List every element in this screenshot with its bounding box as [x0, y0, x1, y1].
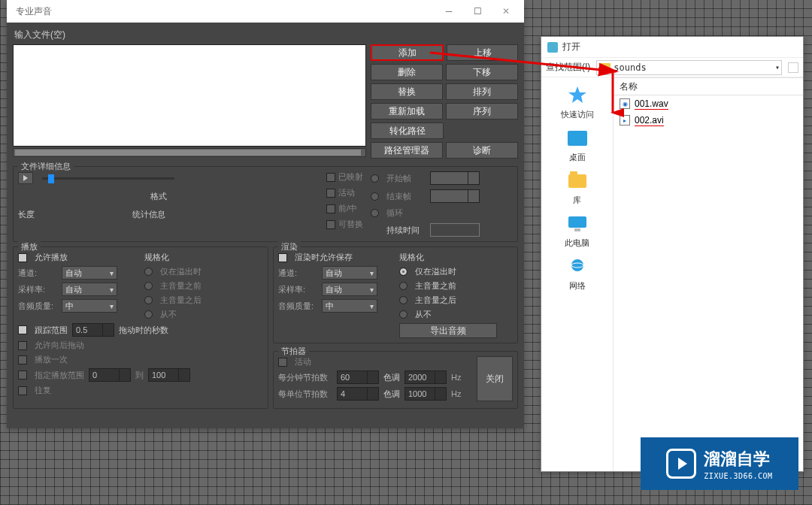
render-norm-never-radio[interactable]	[399, 310, 408, 319]
render-norm-after-radio[interactable]	[399, 296, 408, 304]
horizontal-scrollbar[interactable]	[13, 148, 366, 157]
play-norm-overflow-radio[interactable]	[144, 268, 153, 276]
allow-back-drag-checkbox[interactable]	[18, 341, 27, 350]
svg-rect-1	[568, 216, 586, 228]
professional-sound-dialog: 专业声音 ─ ☐ ✕ 输入文件(空) 添加 上移 删除 下移	[7, 0, 524, 428]
render-norm-overflow-radio[interactable]	[399, 268, 408, 276]
field-1	[183, 171, 319, 185]
sidebar-item-pc[interactable]: 此电脑	[565, 212, 589, 249]
specify-range-checkbox[interactable]	[18, 370, 27, 380]
watermark-play-icon	[666, 449, 696, 479]
track-range-checkbox[interactable]	[18, 325, 27, 334]
render-channel-dropdown[interactable]: 自动	[322, 266, 377, 280]
bpm-hue-field[interactable]: 2000	[404, 370, 447, 384]
dropdown-toggle[interactable]	[788, 62, 798, 73]
metronome-activity-checkbox[interactable]	[278, 358, 287, 367]
metronome-title: 节拍器	[278, 346, 309, 357]
sidebar-item-library[interactable]: 库	[565, 169, 589, 206]
browser-title-text: 打开	[562, 41, 580, 53]
lookup-range-label: 查找范围(I)	[546, 61, 590, 74]
file-row-wav[interactable]: ◉ 001.wav	[614, 95, 803, 112]
bpm-field[interactable]: 60	[337, 370, 379, 384]
render-allowsave-checkbox[interactable]	[278, 253, 287, 262]
sidebar-item-desktop[interactable]: 桌面	[565, 126, 589, 163]
move-down-button[interactable]: 下移	[446, 64, 518, 80]
path-manager-button[interactable]: 路径管理器	[371, 142, 443, 159]
loop-radio[interactable]	[371, 209, 379, 217]
channel-dropdown[interactable]: 自动	[62, 266, 117, 280]
length-field	[39, 207, 128, 221]
playback-title: 播放	[18, 241, 41, 252]
arrange-button[interactable]: 排列	[446, 83, 518, 100]
close-button[interactable]: ✕	[492, 2, 520, 20]
svg-marker-0	[568, 86, 586, 103]
input-files-list[interactable]	[13, 44, 366, 147]
quality-dropdown[interactable]: 中	[62, 299, 117, 313]
activity-checkbox[interactable]	[326, 189, 335, 198]
export-audio-button[interactable]: 导出音频	[399, 323, 497, 338]
file-row-avi[interactable]: ▸ 002.avi	[614, 112, 803, 129]
video-file-icon: ▸	[620, 115, 630, 125]
stats-label: 统计信息	[132, 209, 165, 220]
metronome-close-button[interactable]: 关闭	[477, 356, 513, 401]
pingpong-checkbox[interactable]	[18, 386, 27, 395]
browser-titlebar[interactable]: 打开	[541, 37, 803, 58]
replace-button[interactable]: 替换	[371, 83, 443, 100]
input-files-label: 输入文件(空)	[13, 26, 518, 44]
premid-checkbox[interactable]	[326, 204, 335, 213]
bpu-hue-field[interactable]: 1000	[404, 387, 447, 401]
window-title: 专业声音	[16, 5, 52, 18]
bpu-field[interactable]: 4	[337, 387, 379, 401]
delete-button[interactable]: 删除	[371, 64, 443, 80]
play-norm-before-radio[interactable]	[144, 282, 153, 290]
titlebar[interactable]: 专业声音 ─ ☐ ✕	[7, 0, 524, 23]
render-quality-dropdown[interactable]: 中	[322, 299, 377, 313]
sidebar-item-quickaccess[interactable]: 快速访问	[561, 83, 594, 120]
convert-path-button[interactable]: 转化路径	[371, 122, 444, 139]
reload-button[interactable]: 重新加载	[371, 103, 443, 119]
audio-file-icon: ◉	[620, 98, 630, 109]
replaceable-checkbox[interactable]	[326, 220, 335, 229]
folder-icon	[600, 63, 611, 71]
stats-field	[170, 207, 305, 221]
range-to-field[interactable]: 100	[148, 368, 190, 382]
mapped-checkbox[interactable]	[326, 173, 335, 182]
position-slider[interactable]	[42, 177, 174, 180]
svg-rect-2	[574, 228, 580, 231]
column-header-name[interactable]: 名称	[614, 77, 803, 95]
file-detail-title: 文件详细信息	[18, 161, 74, 172]
add-button[interactable]: 添加	[371, 44, 444, 61]
start-frame-field[interactable]	[430, 171, 480, 185]
app-icon	[547, 42, 558, 53]
duration-field	[430, 223, 480, 237]
play-icon[interactable]	[18, 172, 33, 184]
maximize-button[interactable]: ☐	[464, 2, 491, 20]
length-label: 长度	[18, 209, 35, 220]
watermark: 溜溜自学 ZIXUE.3D66.COM	[641, 437, 798, 490]
browser-sidebar: 快速访问 桌面 库 此电脑 网络	[541, 77, 614, 471]
render-norm-before-radio[interactable]	[399, 282, 408, 290]
play-norm-after-radio[interactable]	[144, 296, 153, 304]
svg-point-3	[571, 259, 583, 271]
allow-play-checkbox[interactable]	[18, 253, 27, 262]
track-range-value[interactable]: 0.5	[72, 323, 114, 337]
range-from-field[interactable]: 0	[89, 368, 131, 382]
sidebar-item-network[interactable]: 网络	[565, 255, 589, 292]
endframe-radio[interactable]	[371, 192, 379, 201]
render-samplerate-dropdown[interactable]: 自动	[322, 283, 377, 296]
play-once-checkbox[interactable]	[18, 355, 27, 364]
file-open-dialog: 打开 查找范围(I) sounds 快速访问 桌面 库 此电脑 网络 名称 ◉ …	[541, 36, 804, 472]
end-frame-field[interactable]	[430, 189, 480, 203]
render-title: 渲染	[278, 241, 301, 252]
sequence-button[interactable]: 序列	[446, 103, 518, 119]
startframe-radio[interactable]	[371, 174, 379, 183]
minimize-button[interactable]: ─	[435, 2, 462, 20]
samplerate-dropdown[interactable]: 自动	[62, 283, 117, 296]
format-field	[171, 189, 307, 203]
format-label: 格式	[150, 191, 167, 202]
folder-dropdown[interactable]: sounds	[596, 60, 782, 75]
diagnose-button[interactable]: 诊断	[446, 142, 518, 159]
play-norm-never-radio[interactable]	[144, 310, 153, 319]
move-up-button[interactable]: 上移	[447, 44, 518, 61]
